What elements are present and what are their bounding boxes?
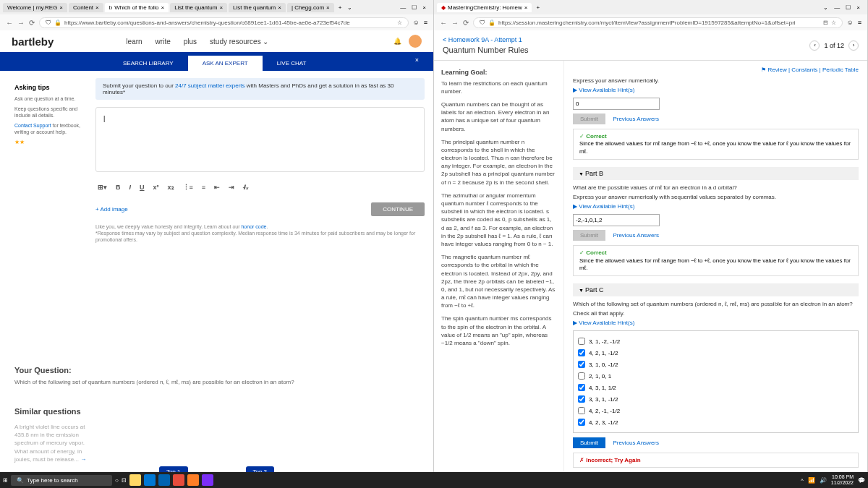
close-icon[interactable]: ×: [524, 4, 528, 11]
outdent-button[interactable]: ⇤: [212, 182, 222, 192]
minimize-icon[interactable]: —: [400, 4, 406, 11]
reload-icon[interactable]: ⟳: [29, 19, 35, 27]
maximize-icon[interactable]: ☐: [846, 4, 851, 11]
firefox-icon[interactable]: [187, 474, 199, 486]
option-checkbox[interactable]: [578, 395, 585, 403]
next-page-button[interactable]: ›: [848, 40, 859, 51]
back-icon[interactable]: ←: [440, 19, 447, 27]
contact-support-link[interactable]: Contact Support: [14, 123, 51, 128]
new-tab-button[interactable]: +: [533, 4, 542, 11]
flag-icon[interactable]: ⚑: [761, 67, 766, 73]
close-icon[interactable]: ×: [59, 4, 63, 11]
volume-icon[interactable]: 🔊: [820, 477, 827, 484]
review-links[interactable]: Review | Constants | Periodic Table: [768, 67, 859, 73]
task-view-icon[interactable]: ⊡: [122, 477, 127, 484]
similar-question-card[interactable]: A bright violet line occurs at 435.8 nm …: [14, 423, 94, 463]
tab-content[interactable]: Content×: [69, 3, 103, 12]
tab-active-bartleby[interactable]: bWhich of the follo×: [105, 3, 169, 12]
back-icon[interactable]: ←: [6, 19, 13, 27]
nav-learn[interactable]: learn: [126, 38, 142, 46]
option-checkbox[interactable]: [578, 419, 585, 426]
hint-link[interactable]: ▶ View Available Hint(s): [573, 203, 859, 210]
bold-button[interactable]: B: [114, 182, 123, 192]
notifications-icon[interactable]: 💬: [858, 477, 865, 484]
minimize-icon[interactable]: ⌄: [823, 4, 828, 11]
close-icon[interactable]: ×: [161, 4, 165, 11]
option-checkbox[interactable]: [578, 361, 585, 368]
store-icon[interactable]: [158, 474, 170, 486]
hint-link[interactable]: ▶ View Available Hint(s): [573, 320, 859, 326]
breadcrumb-link[interactable]: < Homework 9A - Attempt 1: [443, 36, 529, 43]
maximize-icon[interactable]: ☐: [412, 4, 417, 11]
option-checkbox[interactable]: [578, 338, 585, 345]
tab-mastering[interactable]: ◆MasteringChemistry: Homew×: [437, 3, 532, 12]
close-icon[interactable]: ×: [278, 4, 281, 11]
app-icon[interactable]: [173, 474, 184, 486]
tab-quantum2[interactable]: List the quantum×: [229, 3, 286, 12]
nav-resources[interactable]: study resources ⌄: [210, 38, 268, 46]
table-icon[interactable]: ⊞▾: [95, 182, 109, 192]
file-explorer-icon[interactable]: [129, 474, 141, 486]
close-icon[interactable]: ×: [219, 4, 223, 11]
previous-answers-link[interactable]: Previous Answers: [613, 116, 659, 122]
avatar[interactable]: [409, 35, 422, 48]
reader-icon[interactable]: ⊟: [823, 20, 828, 26]
notification-icon[interactable]: 🔔: [393, 38, 401, 45]
prev-page-button[interactable]: ‹: [809, 40, 820, 51]
submit-button[interactable]: Submit: [573, 437, 605, 448]
option-checkbox[interactable]: [578, 407, 585, 414]
option-checkbox[interactable]: [578, 372, 585, 380]
menu-icon[interactable]: ≡: [858, 19, 861, 26]
clear-format-button[interactable]: I̵ₓ: [241, 182, 250, 192]
answer-input-b[interactable]: [573, 214, 660, 226]
tab-quantum1[interactable]: List the quantum×: [170, 3, 227, 12]
tab-dropdown[interactable]: ⌄: [344, 4, 355, 11]
superscript-button[interactable]: x²: [151, 182, 161, 192]
answer-input-a[interactable]: [573, 98, 660, 110]
menu-icon[interactable]: ≡: [424, 19, 427, 26]
windows-start-icon[interactable]: ⊞: [3, 477, 8, 484]
previous-answers-link[interactable]: Previous Answers: [613, 232, 659, 239]
continue-button[interactable]: CONTINUE: [371, 202, 425, 216]
tab-live-chat[interactable]: LIVE CHAT: [263, 56, 321, 71]
subscript-button[interactable]: x₂: [166, 182, 176, 192]
taskbar-search[interactable]: 🔍 Type here to search: [11, 475, 112, 486]
url-bar[interactable]: 🛡 🔒 https://www.bartleby.com/questions-a…: [39, 17, 409, 28]
part-b-header[interactable]: Part B: [573, 167, 859, 180]
underline-button[interactable]: U: [137, 182, 147, 192]
hint-link[interactable]: ▶ View Available Hint(s): [573, 87, 859, 93]
submit-button[interactable]: Submit: [573, 230, 605, 241]
edge-icon[interactable]: [144, 474, 156, 486]
forward-icon[interactable]: →: [451, 19, 459, 27]
close-icon[interactable]: ×: [415, 56, 419, 64]
star-icon[interactable]: ☆: [831, 20, 836, 26]
tab-ask-expert[interactable]: ASK AN EXPERT: [188, 56, 263, 71]
bullet-list-button[interactable]: ⋮≡: [181, 182, 195, 192]
close-icon[interactable]: ×: [856, 4, 860, 11]
option-checkbox[interactable]: [578, 384, 585, 391]
nav-plus[interactable]: plus: [184, 38, 197, 46]
close-icon[interactable]: ×: [95, 4, 99, 11]
star-icon[interactable]: ☆: [397, 20, 402, 26]
add-image-link[interactable]: + Add image: [95, 206, 128, 213]
account-icon[interactable]: ☺: [413, 19, 420, 26]
account-icon[interactable]: ☺: [847, 19, 854, 26]
close-icon[interactable]: ×: [326, 4, 330, 11]
submit-button[interactable]: Submit: [573, 114, 605, 124]
tab-chegg[interactable]: | Chegg.com×: [287, 3, 334, 12]
nav-write[interactable]: write: [156, 38, 171, 46]
tray-up-icon[interactable]: ^: [801, 477, 804, 484]
italic-button[interactable]: I: [127, 182, 134, 192]
reload-icon[interactable]: ⟳: [463, 19, 469, 27]
indent-button[interactable]: ⇥: [226, 182, 237, 192]
tab-welcome[interactable]: Welcome | my.REG×: [3, 3, 67, 12]
experts-link[interactable]: 24/7 subject matter experts: [175, 82, 245, 89]
number-list-button[interactable]: ≡: [200, 182, 208, 192]
part-c-header[interactable]: Part C: [573, 283, 859, 296]
cortana-icon[interactable]: ○: [115, 477, 119, 484]
app-icon[interactable]: [202, 474, 213, 486]
option-checkbox[interactable]: [578, 349, 585, 356]
tab-search-library[interactable]: SEARCH LIBRARY: [109, 56, 188, 71]
previous-answers-link[interactable]: Previous Answers: [613, 440, 659, 446]
bartleby-logo[interactable]: bartleby: [12, 35, 54, 48]
